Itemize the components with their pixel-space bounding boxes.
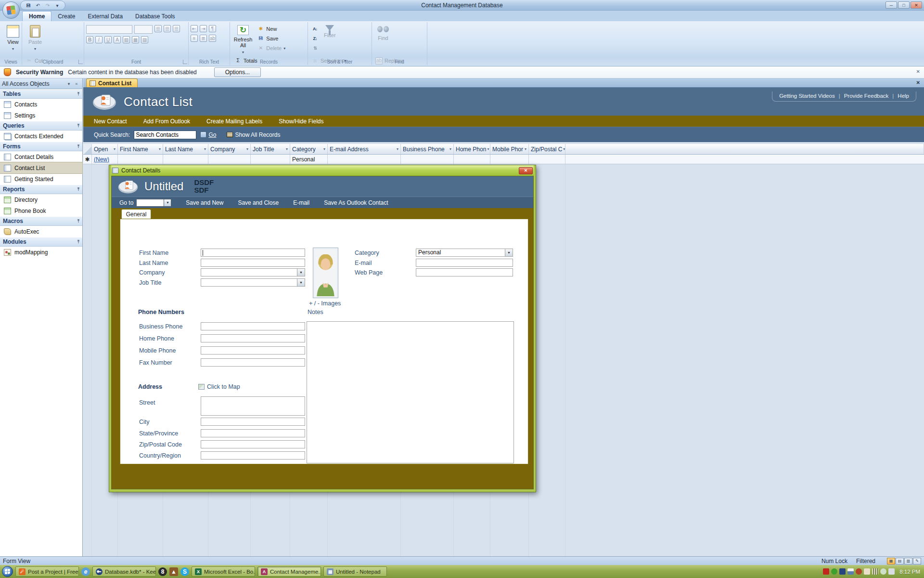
business-phone-field[interactable] (201, 322, 305, 330)
nav-item-contact-details[interactable]: Contact Details (0, 151, 82, 162)
show-hide-fields-link[interactable]: Show/Hide Fields (279, 118, 323, 125)
save-and-close-link[interactable]: Save and Close (238, 199, 279, 206)
first-name-field[interactable] (201, 249, 305, 257)
nav-item-contacts[interactable]: Contacts (0, 99, 82, 110)
volume-tray-icon[interactable] (864, 568, 870, 575)
new-record-open-link[interactable]: (New) (94, 156, 109, 163)
antivirus-tray-icon[interactable] (831, 568, 837, 575)
street-field[interactable] (201, 396, 305, 416)
start-button[interactable] (2, 566, 13, 577)
nav-item-directory[interactable]: Directory (0, 194, 82, 205)
app-dark-icon[interactable]: 8 (158, 567, 167, 576)
city-field[interactable] (201, 418, 305, 426)
country-region-field[interactable] (201, 451, 305, 460)
adobe-tray-icon[interactable] (823, 568, 829, 575)
nav-item-settings[interactable]: Settings (0, 110, 82, 121)
layout-view-button[interactable]: ▥ (904, 558, 912, 565)
find-button[interactable]: Find (374, 24, 392, 55)
align-right-icon[interactable]: ☰ (173, 25, 180, 32)
go-button[interactable]: Go (200, 131, 216, 138)
column-header-business-phone[interactable]: Business Phone▾ (401, 144, 454, 154)
notes-field[interactable] (307, 321, 514, 463)
bullets-icon[interactable]: ≣ (200, 35, 207, 42)
help-link[interactable]: Help (898, 93, 909, 99)
web-page-field[interactable] (416, 268, 513, 276)
column-header-home-phone[interactable]: Home Phon▾ (454, 144, 490, 154)
images-control[interactable]: + / - Images (309, 300, 341, 307)
nav-section-modules[interactable]: Modules⤒ (0, 237, 82, 247)
app-torch-icon[interactable]: ▲ (169, 567, 178, 576)
create-mailing-labels-link[interactable]: Create Mailing Labels (206, 118, 262, 125)
increase-indent-icon[interactable]: ⇥ (200, 25, 207, 32)
flag-tray-icon[interactable] (847, 568, 854, 575)
nav-item-modmapping[interactable]: modMapping (0, 247, 82, 258)
sort-descending-button[interactable]: Z↓ (310, 34, 320, 43)
tab-database-tools[interactable]: Database Tools (129, 12, 181, 21)
nav-pane-shutter-icon[interactable]: « (73, 81, 80, 86)
nav-item-contacts-extended[interactable]: Contacts Extended (0, 131, 82, 142)
taskbar-button-access[interactable]: A Contact Manageme... (257, 566, 321, 577)
save-and-new-link[interactable]: Save and New (186, 199, 223, 206)
fax-number-field[interactable] (201, 358, 305, 367)
sort-ascending-button[interactable]: A↓ (310, 25, 320, 33)
alert-tray-icon[interactable] (856, 568, 862, 575)
taskbar-button-freelancer[interactable]: ☄ Post a Project | Freel... (15, 566, 79, 577)
zip-postal-field[interactable] (201, 440, 305, 448)
save-record-button[interactable]: 💾︎Save (256, 34, 287, 43)
power-tray-icon[interactable] (880, 568, 886, 575)
fill-color-icon[interactable]: ▧ (123, 36, 130, 43)
design-view-button[interactable]: ✎ (913, 558, 921, 565)
go-to-combo[interactable]: ▼ (136, 199, 171, 207)
nav-item-contact-list[interactable]: Contact List (0, 162, 82, 173)
security-bar-close-icon[interactable]: ✕ (916, 69, 920, 74)
new-record-selector[interactable]: ✱ (83, 155, 92, 164)
direction-icon[interactable]: ¶ (209, 25, 216, 32)
column-header-email[interactable]: E-mail Address▾ (328, 144, 401, 154)
tab-home[interactable]: Home (22, 11, 51, 21)
clear-sorts-button[interactable]: ⇅ (310, 44, 320, 53)
new-record-category-cell[interactable]: Personal (290, 155, 328, 164)
chevron-down-icon[interactable]: ▼ (505, 249, 513, 256)
refresh-all-button[interactable]: ↻ Refresh All▾ (232, 24, 254, 55)
nav-item-getting-started[interactable]: Getting Started (0, 173, 82, 184)
filter-button[interactable]: Filter (321, 24, 338, 55)
taskbar-button-excel[interactable]: X Microsoft Excel - Bo... (192, 566, 255, 577)
font-dialog-launcher-icon[interactable] (183, 60, 187, 64)
gridlines-icon[interactable]: ▦ (132, 36, 139, 43)
skype-icon[interactable]: S (180, 567, 189, 576)
click-to-map-link[interactable]: Click to Map (198, 383, 240, 390)
mobile-phone-field[interactable] (201, 346, 305, 355)
taskbar-button-notepad[interactable]: ▤ Untitled - Notepad (323, 566, 387, 577)
dialog-close-button[interactable]: ✕ (519, 167, 533, 174)
column-header-job-title[interactable]: Job Title▾ (251, 144, 290, 154)
save-as-outlook-link[interactable]: Save As Outlook Contact (324, 199, 388, 206)
nav-item-phone-book[interactable]: Phone Book (0, 205, 82, 216)
decrease-indent-icon[interactable]: ⇤ (191, 25, 198, 32)
column-header-zip[interactable]: Zip/Postal C▾ (529, 144, 565, 154)
column-header-mobile-phone[interactable]: Mobile Phor▾ (490, 144, 529, 154)
new-record-row[interactable]: ✱ (New) Personal (83, 155, 924, 164)
nav-section-tables[interactable]: Tables⤒ (0, 89, 82, 99)
security-options-button[interactable]: Options... (214, 67, 261, 77)
getting-started-videos-link[interactable]: Getting Started Videos (779, 93, 835, 99)
align-center-icon[interactable]: ☰ (164, 25, 171, 32)
tab-general[interactable]: General (121, 209, 151, 219)
home-phone-field[interactable] (201, 334, 305, 342)
tab-create[interactable]: Create (51, 12, 81, 21)
nav-section-macros[interactable]: Macros⤒ (0, 216, 82, 226)
select-all-cell[interactable] (83, 144, 92, 154)
last-name-field[interactable] (201, 259, 305, 267)
keepass-tray-icon[interactable] (839, 568, 846, 575)
font-size-combo[interactable] (134, 25, 153, 34)
nav-section-queries[interactable]: Queries⤒ (0, 121, 82, 131)
network-tray-icon[interactable] (872, 568, 878, 575)
chevron-down-icon[interactable]: ▼ (297, 279, 305, 286)
new-record-button[interactable]: ✱New (256, 25, 287, 33)
tab-contact-list[interactable]: Contact List (86, 79, 138, 87)
taskbar-button-keepass[interactable]: 🔑︎ Database.kdb* - Kee... (92, 566, 156, 577)
datasheet-view-button[interactable]: ▤ (896, 558, 904, 565)
chevron-down-icon[interactable]: ▼ (297, 269, 305, 276)
category-field[interactable]: Personal ▼ (416, 249, 513, 257)
numbering-icon[interactable]: ≡ (191, 35, 198, 42)
column-header-company[interactable]: Company▾ (208, 144, 251, 154)
